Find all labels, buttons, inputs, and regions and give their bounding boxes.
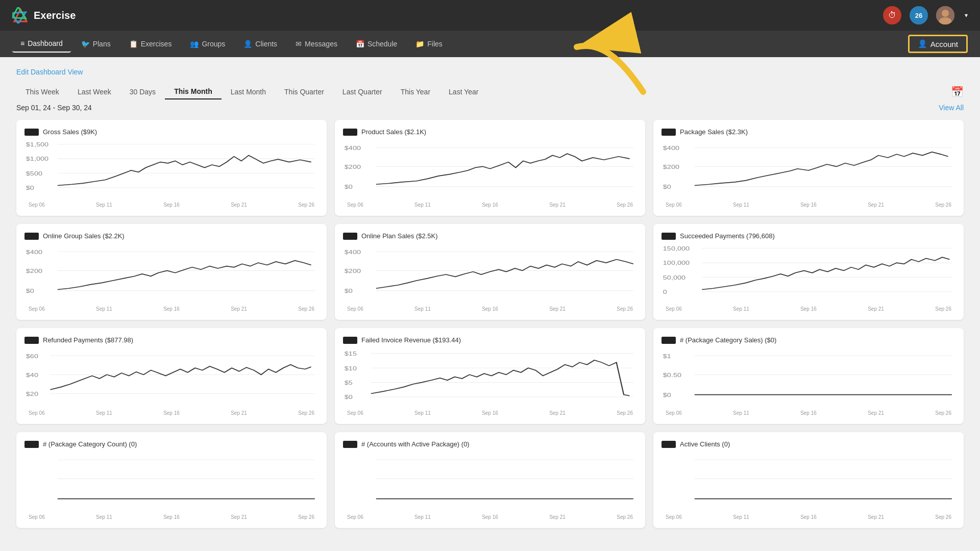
chart-product-sales: Product Sales ($2.1K) $400 $200 $0 Sep 0… xyxy=(335,120,645,216)
tab-this-year[interactable]: This Year xyxy=(391,85,439,99)
package-sales-title: Package Sales ($2.3K) xyxy=(680,128,748,136)
online-plan-sales-legend xyxy=(343,233,357,240)
nav-item-files[interactable]: 📁 Files xyxy=(407,36,451,52)
package-category-sales-title: # (Package Category Sales) ($0) xyxy=(680,336,776,344)
gross-sales-chart: $1,500 $1,000 $500 $0 xyxy=(24,140,318,201)
svg-text:$20: $20 xyxy=(26,391,38,397)
tab-last-week[interactable]: Last Week xyxy=(68,85,120,99)
messages-icon: ✉ xyxy=(296,40,302,48)
tab-last-quarter[interactable]: Last Quarter xyxy=(333,85,391,99)
nav-item-groups[interactable]: 👥 Groups xyxy=(182,36,233,52)
refunded-payments-title: Refunded Payments ($877.98) xyxy=(43,336,133,344)
svg-text:$200: $200 xyxy=(663,163,679,170)
tab-last-year[interactable]: Last Year xyxy=(439,85,487,99)
svg-text:$0.50: $0.50 xyxy=(663,371,681,378)
chart-accounts-active-package: # (Accounts with Active Package) (0) Sep… xyxy=(335,432,645,528)
chart-succeeded-payments: Succeeded Payments (796,608) 150,000 100… xyxy=(653,224,964,320)
package-category-sales-legend xyxy=(662,337,676,344)
nav-item-clients[interactable]: 👤 Clients xyxy=(235,36,285,52)
chart-failed-invoice: Failed Invoice Revenue ($193.44) $15 $10… xyxy=(335,328,645,424)
svg-text:0: 0 xyxy=(663,289,667,295)
svg-text:$5: $5 xyxy=(345,380,353,386)
svg-text:$0: $0 xyxy=(26,185,34,191)
package-sales-legend xyxy=(662,129,676,136)
accounts-active-package-title: # (Accounts with Active Package) (0) xyxy=(361,440,470,448)
svg-text:$40: $40 xyxy=(26,371,38,378)
edit-dashboard-link[interactable]: Edit Dashboard View xyxy=(16,68,83,76)
product-sales-title: Product Sales ($2.1K) xyxy=(361,128,426,136)
failed-invoice-title: Failed Invoice Revenue ($193.44) xyxy=(361,336,461,344)
svg-text:$1,000: $1,000 xyxy=(26,156,48,162)
succeeded-payments-title: Succeeded Payments (796,608) xyxy=(680,232,775,240)
chart-package-sales: Package Sales ($2.3K) $400 $200 $0 Sep 0… xyxy=(653,120,964,216)
topbar-left: Exercise xyxy=(12,7,76,23)
groups-icon: 👥 xyxy=(190,40,199,48)
failed-invoice-legend xyxy=(343,337,357,344)
topbar-right: ⏱ 26 ▾ xyxy=(883,6,968,24)
date-range-label: Sep 01, 24 - Sep 30, 24 xyxy=(16,104,92,112)
calendar-picker-button[interactable]: 📅 xyxy=(951,86,964,98)
svg-text:$0: $0 xyxy=(663,184,671,190)
tab-30-days[interactable]: 30 Days xyxy=(120,85,165,99)
gross-sales-legend xyxy=(24,129,39,136)
charts-grid: Gross Sales ($9K) $1,500 $1,000 $500 $0 … xyxy=(16,120,964,528)
timer-icon[interactable]: ⏱ xyxy=(883,6,901,24)
nav-item-messages[interactable]: ✉ Messages xyxy=(287,36,346,52)
svg-text:$400: $400 xyxy=(26,248,42,255)
active-clients-legend xyxy=(662,441,676,448)
svg-text:$0: $0 xyxy=(663,392,671,398)
nav-item-plans[interactable]: 🐦 Plans xyxy=(73,36,119,52)
chart-package-category-count: # (Package Category Count) (0) Sep 06 Se… xyxy=(16,432,327,528)
product-sales-legend xyxy=(343,129,357,136)
online-group-sales-legend xyxy=(24,233,39,240)
svg-text:$60: $60 xyxy=(26,353,38,359)
svg-text:$200: $200 xyxy=(345,267,361,274)
svg-text:100,000: 100,000 xyxy=(663,260,690,266)
logo-icon xyxy=(12,7,29,23)
files-icon: 📁 xyxy=(415,40,424,48)
svg-text:$200: $200 xyxy=(26,267,42,274)
navbar: ≡ Dashboard 🐦 Plans 📋 Exercises 👥 Groups… xyxy=(0,31,980,57)
nav-item-dashboard[interactable]: ≡ Dashboard xyxy=(12,35,71,53)
online-group-sales-title: Online Group Sales ($2.2K) xyxy=(43,232,125,240)
schedule-icon: 📅 xyxy=(356,40,364,48)
tab-this-quarter[interactable]: This Quarter xyxy=(275,85,333,99)
online-plan-sales-title: Online Plan Sales ($2.5K) xyxy=(361,232,438,240)
tab-last-month[interactable]: Last Month xyxy=(222,85,275,99)
clients-icon: 👤 xyxy=(243,40,252,48)
plans-icon: 🐦 xyxy=(81,40,90,48)
avatar[interactable] xyxy=(936,6,954,24)
package-category-count-title: # (Package Category Count) (0) xyxy=(43,440,137,448)
svg-text:$0: $0 xyxy=(345,184,353,190)
calendar-badge[interactable]: 26 xyxy=(910,6,928,24)
gross-sales-title: Gross Sales ($9K) xyxy=(43,128,97,136)
tab-this-month[interactable]: This Month xyxy=(165,84,222,99)
view-all-link[interactable]: View All xyxy=(939,104,964,112)
package-category-count-legend xyxy=(24,441,39,448)
svg-text:$0: $0 xyxy=(26,288,34,294)
svg-text:150,000: 150,000 xyxy=(663,245,690,252)
nav-item-schedule[interactable]: 📅 Schedule xyxy=(348,36,405,52)
svg-text:$10: $10 xyxy=(345,365,357,371)
svg-text:$1: $1 xyxy=(663,353,671,359)
nav-item-account[interactable]: 👤 Account xyxy=(908,35,968,53)
svg-text:$200: $200 xyxy=(345,163,361,170)
chart-gross-sales: Gross Sales ($9K) $1,500 $1,000 $500 $0 … xyxy=(16,120,327,216)
svg-text:$0: $0 xyxy=(345,288,353,294)
active-clients-title: Active Clients (0) xyxy=(680,440,730,448)
chart-active-clients: Active Clients (0) Sep 06 Sep 11 Sep 16 … xyxy=(653,432,964,528)
svg-text:$1,500: $1,500 xyxy=(26,141,48,148)
avatar-chevron[interactable]: ▾ xyxy=(965,12,968,19)
exercises-icon: 📋 xyxy=(129,40,138,48)
svg-text:$400: $400 xyxy=(345,144,361,151)
svg-text:50,000: 50,000 xyxy=(663,274,685,281)
svg-text:$15: $15 xyxy=(345,350,357,357)
nav-item-exercises[interactable]: 📋 Exercises xyxy=(121,36,180,52)
topbar: Exercise ⏱ 26 ▾ xyxy=(0,0,980,31)
svg-text:$0: $0 xyxy=(345,394,353,400)
dashboard-icon: ≡ xyxy=(20,39,24,47)
tab-this-week[interactable]: This Week xyxy=(16,85,68,99)
refunded-payments-legend xyxy=(24,337,39,344)
chart-online-group-sales: Online Group Sales ($2.2K) $400 $200 $0 … xyxy=(16,224,327,320)
chart-package-category-sales: # (Package Category Sales) ($0) $1 $0.50… xyxy=(653,328,964,424)
